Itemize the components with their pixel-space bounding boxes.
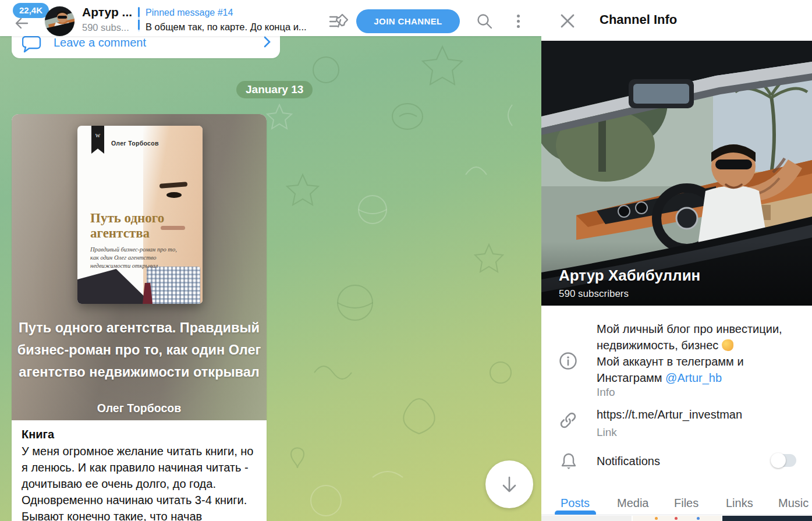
book-cover-shirt [147, 267, 200, 304]
arrow-down-icon [501, 476, 517, 493]
media-thumbnail[interactable] [722, 516, 812, 521]
info-label: Info [597, 386, 615, 399]
link-icon [559, 411, 577, 430]
pinned-message-preview: В общем так, по карте. До конца и... [146, 22, 326, 33]
avatar-image [45, 6, 75, 36]
channel-profile-photo[interactable]: Артур Хабибуллин 590 subscribers [541, 41, 812, 306]
publisher-ribbon: W [91, 126, 104, 154]
post-image[interactable]: W Олег Торбосов Путь одного агентства Пр… [12, 114, 267, 420]
channel-description: Мой личный блог про инвестиции, недвижим… [597, 321, 799, 386]
leave-comment-label: Leave a comment [54, 36, 146, 49]
toggle-knob [771, 453, 786, 468]
chevron-right-icon [264, 36, 271, 48]
notifications-toggle[interactable] [772, 454, 796, 467]
notifications-label: Notifications [597, 455, 660, 468]
date-badge-label: January 13 [246, 83, 303, 95]
chat-subtitle: 590 subs... [82, 22, 129, 33]
chat-header: 22,4K Артур ... 590 subs... [0, 0, 541, 36]
shared-media-tabs: Posts Media Files Links Music [541, 492, 812, 515]
post-text: Книга У меня огромное желание читать кни… [12, 420, 267, 521]
comment-bubble-icon [22, 35, 42, 52]
subscriber-count: 590 subscribers [559, 288, 629, 300]
link-label: Link [597, 426, 617, 439]
book-title: Путь одного агентства [90, 211, 164, 241]
back-button[interactable] [15, 17, 29, 29]
media-thumbnail[interactable] [541, 516, 632, 521]
chat-title[interactable]: Артур ... [82, 5, 132, 19]
unread-count-badge: 22,4K [13, 3, 49, 18]
image-caption-author: Олег Торбосов [12, 402, 267, 415]
mention-link[interactable]: @Artur_hb [665, 371, 722, 384]
description-line1: Мой личный блог про инвестиции, недвижим… [597, 322, 782, 352]
pinned-message-title: Pinned message #14 [146, 8, 326, 18]
channel-post: W Олег Торбосов Путь одного агентства Пр… [12, 114, 267, 521]
active-tab-indicator [555, 511, 596, 515]
telegram-app: Leave a comment January 13 [0, 0, 812, 521]
book-author: Олег Торбосов [111, 140, 159, 147]
panel-title: Channel Info [600, 12, 677, 27]
tab-music[interactable]: Music [778, 497, 809, 510]
post-body: У меня огромное желание читать книги, но… [22, 443, 257, 521]
scroll-to-bottom-button[interactable] [485, 460, 533, 508]
channel-info-panel: Channel Info [541, 0, 812, 521]
tab-media[interactable]: Media [617, 497, 648, 510]
tab-files[interactable]: Files [674, 497, 698, 510]
channel-avatar[interactable] [45, 6, 75, 36]
close-icon[interactable] [560, 13, 575, 29]
date-badge[interactable]: January 13 [236, 81, 313, 98]
info-icon [559, 352, 577, 370]
book-subtitle: Правдивый бизнес-роман про то, как один … [90, 246, 177, 270]
search-icon[interactable] [476, 13, 492, 29]
panel-header: Channel Info [541, 0, 812, 41]
post-heading: Книга [22, 428, 257, 441]
chat-pane: Leave a comment January 13 [0, 0, 541, 521]
channel-name: Артур Хабибуллин [559, 267, 700, 285]
pinned-list-icon[interactable] [328, 12, 348, 31]
media-grid-preview [541, 516, 812, 521]
more-menu-icon[interactable] [511, 12, 525, 30]
media-thumbnail[interactable] [633, 516, 721, 521]
image-caption-title: Путь одного агентства. Правдивый бизнес-… [15, 317, 263, 383]
pinned-divider [138, 7, 140, 31]
join-channel-button[interactable]: JOIN CHANNEL [356, 9, 460, 33]
ok-hand-emoji: 👌 [722, 339, 733, 351]
tab-posts[interactable]: Posts [561, 497, 590, 510]
tab-links[interactable]: Links [726, 497, 753, 510]
book-cover: W Олег Торбосов Путь одного агентства Пр… [77, 126, 203, 304]
channel-link[interactable]: https://t.me/Artur_investman [597, 408, 742, 421]
bell-icon [559, 452, 578, 470]
pinned-message-bar[interactable]: Pinned message #14 В общем так, по карте… [146, 8, 326, 36]
book-cover-suit [77, 269, 152, 304]
